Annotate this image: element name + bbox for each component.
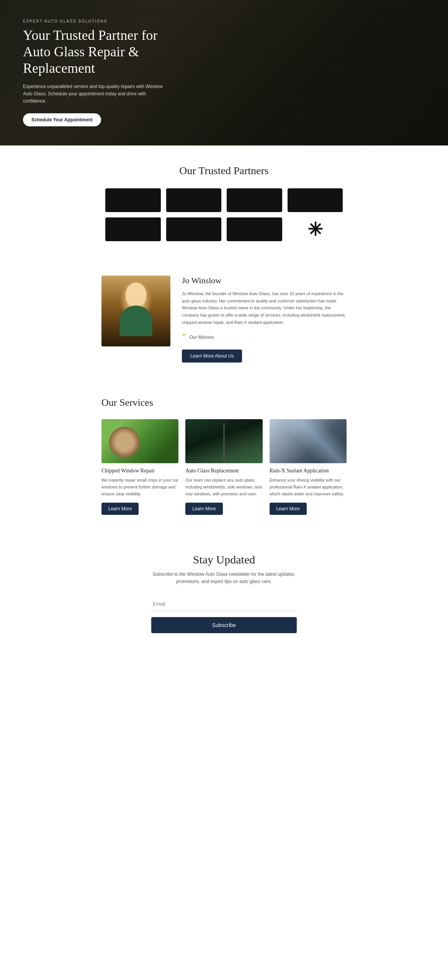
email-input[interactable] xyxy=(151,597,297,611)
about-content: Jo Winslow Jo Winslow, the founder of Wi… xyxy=(182,276,347,363)
service-desc-1: We expertly repair small chips in your c… xyxy=(101,477,178,497)
hero-eyebrow: EXPERT AUTO GLASS SOLUTIONS xyxy=(23,19,425,23)
newsletter-subtitle: Subscribe to the Winslow Auto Glass news… xyxy=(151,571,297,585)
service-desc-2: Our team can replace any auto glass, inc… xyxy=(185,477,262,497)
partner-logo-8: ✳ xyxy=(288,217,343,241)
founder-bio: Jo Winslow, the founder of Winslow Auto … xyxy=(182,290,347,326)
services-section: Our Services Chipped Window Repair We ex… xyxy=(86,382,362,534)
subscribe-button[interactable]: Subscribe xyxy=(151,617,297,633)
learn-more-about-button[interactable]: Learn More About Us xyxy=(182,350,242,363)
service-name-3: Rain-X Sealant Application xyxy=(270,468,347,474)
partner-logo-1 xyxy=(105,188,161,212)
services-grid: Chipped Window Repair We expertly repair… xyxy=(101,419,347,515)
partner-logo-7 xyxy=(227,217,282,241)
partners-section: Our Trusted Partners ✳ xyxy=(0,145,448,256)
service-card-3: Rain-X Sealant Application Enhance your … xyxy=(270,419,347,515)
service-desc-3: Enhance your driving visibility with our… xyxy=(270,477,347,497)
mission-row: " Our Mission xyxy=(182,332,347,343)
mission-label: Our Mission xyxy=(189,335,214,340)
hero-title: Your Trusted Partner for Auto Glass Repa… xyxy=(23,27,184,77)
hero-subtitle: Experience unparalleled service and top-… xyxy=(23,83,168,105)
service-learn-more-3[interactable]: Learn More xyxy=(270,503,307,515)
partners-grid: ✳ xyxy=(105,188,343,241)
newsletter-form: Subscribe xyxy=(151,597,297,633)
services-title: Our Services xyxy=(101,397,347,408)
service-learn-more-2[interactable]: Learn More xyxy=(185,503,222,515)
partner-logo-2 xyxy=(166,188,222,212)
hero-section: EXPERT AUTO GLASS SOLUTIONS Your Trusted… xyxy=(0,0,448,145)
service-name-1: Chipped Window Repair xyxy=(101,468,178,474)
schedule-appointment-button[interactable]: Schedule Your Appointment xyxy=(23,113,101,126)
about-section: Jo Winslow Jo Winslow, the founder of Wi… xyxy=(86,256,362,382)
partner-logo-5 xyxy=(105,217,161,241)
newsletter-section: Stay Updated Subscribe to the Winslow Au… xyxy=(0,534,448,656)
service-card-2: Auto Glass Replacement Our team can repl… xyxy=(185,419,262,515)
service-image-2 xyxy=(185,419,262,463)
partner-logo-4 xyxy=(288,188,343,212)
service-card-1: Chipped Window Repair We expertly repair… xyxy=(101,419,178,515)
service-learn-more-1[interactable]: Learn More xyxy=(101,503,139,515)
service-image-1 xyxy=(101,419,178,463)
service-name-2: Auto Glass Replacement xyxy=(185,468,262,474)
founder-image xyxy=(101,276,170,346)
founder-name: Jo Winslow xyxy=(182,276,347,286)
partner-logo-3 xyxy=(227,188,282,212)
service-image-3 xyxy=(270,419,347,463)
partners-title: Our Trusted Partners xyxy=(15,165,433,177)
newsletter-title: Stay Updated xyxy=(15,553,433,566)
partner-logo-6 xyxy=(166,217,222,241)
quote-icon: " xyxy=(182,332,186,343)
